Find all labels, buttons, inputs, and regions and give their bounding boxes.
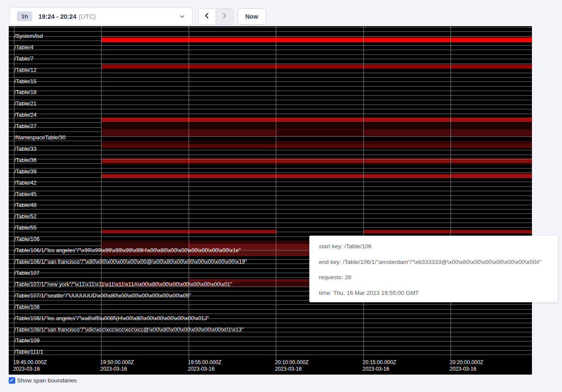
tooltip-time: time: Thu, 16 Mar 2023 19:55:00 GMT [319,290,558,296]
time-gridline [101,26,102,361]
key-visualizer-canvas[interactable]: 19:45:00.000Z2023-03-1619:50:00.000Z2023… [9,26,532,375]
span-boundary-line [9,337,532,337]
span-boundary-line [9,341,532,341]
span-boundary-line [9,205,532,205]
next-interval-button-disabled[interactable] [216,9,234,24]
previous-interval-button[interactable] [199,9,216,24]
row-label: /Table/109 [14,338,40,344]
row-label: /Table/39 [14,169,37,175]
show-span-boundaries-label: Show span boundaries [17,377,77,384]
tick-date: 2023-03-16 [13,366,47,372]
heat-band [101,163,532,165]
span-boundary-line [9,218,532,219]
row-label: /Table/106/1/"san francisco"/"\x80\x00\x… [14,259,247,265]
span-boundary-line [9,50,532,50]
footer: Show span boundaries [9,377,77,384]
x-axis-tick: 19:50:00.000Z2023-03-16 [100,359,134,372]
span-boundary-line [9,109,532,109]
tick-date: 2023-03-16 [450,366,483,372]
span-boundary-line [9,196,532,196]
heat-band [101,240,309,244]
tick-time: 20:15:00.000Z [362,359,396,366]
span-boundary-line [9,350,532,351]
row-label: /Table/24 [14,112,37,118]
time-range-text: 19:24 - 20:24 [38,13,76,20]
time-gridline [276,26,276,361]
row-label: /Table/36 [14,157,37,163]
x-axis-tick: 20:10:00.000Z2023-03-16 [275,359,308,372]
heat-band [101,64,532,69]
tick-date: 2023-03-16 [188,366,221,372]
row-label: /Table/108 [14,304,40,310]
row-label: /System/tsd [14,33,43,39]
row-label: /Table/48 [14,202,37,208]
span-boundary-line [9,95,532,96]
x-axis-tick: 19:45:00.000Z2023-03-16 [13,359,47,372]
row-label: /Table/33 [14,146,37,152]
heat-band [101,174,532,178]
row-label: /Table/107 [14,270,40,276]
time-gridline [189,26,189,361]
heat-band [101,118,532,122]
span-boundary-line [9,346,532,346]
x-axis-tick: 20:20:00.000Z2023-03-16 [450,359,483,372]
row-label: /Table/111/1 [14,349,43,355]
tick-time: 20:10:00.000Z [275,359,308,366]
row-label: /Table/108/1/"los angeles"/"\xa8\xf5\u00… [14,315,209,321]
span-boundary-line [9,182,532,182]
row-label: /NamespaceTable/30 [14,135,65,141]
row-label: /Table/27 [14,123,37,129]
row-label: /Table/12 [14,67,37,73]
span-boundary-line [9,155,532,155]
span-tooltip: start key: /Table/106 end key: /Table/10… [309,236,558,302]
time-range-timezone: (UTC) [78,13,95,20]
row-label: /Table/106/1/"los angeles"/"\x99\x99\x99… [14,247,240,253]
heat-band [101,144,532,148]
time-range-badge: 1h [17,11,32,21]
span-boundary-line [9,105,532,105]
tooltip-end-key: end key: /Table/106/1/"amsterdam"/"\xb33… [319,259,558,265]
row-label: /Table/18 [14,89,37,95]
tooltip-requests: requests: 28 [319,274,558,280]
span-boundary-line [9,227,532,228]
row-label: /Table/21 [14,101,37,107]
span-boundary-line [9,114,532,114]
span-boundary-line [9,45,532,46]
heat-band [363,230,532,233]
tick-date: 2023-03-16 [100,366,134,372]
span-boundary-line [9,86,532,87]
row-label: /Table/15 [14,78,37,84]
span-boundary-line [9,209,532,210]
tick-time: 19:55:00.000Z [188,359,221,366]
tick-date: 2023-03-16 [275,366,308,372]
time-range-selector[interactable]: 1h 19:24 - 20:24 (UTC) [10,7,193,25]
x-axis: 19:45:00.000Z2023-03-1619:50:00.000Z2023… [9,358,532,375]
x-axis-tick: 20:15:00.000Z2023-03-16 [362,359,396,372]
show-span-boundaries-checkbox[interactable] [9,377,15,384]
row-label: /Table/107/1/"new york"/"\x11\x11\x11\x1… [14,281,232,287]
time-gridline [450,26,451,361]
time-nav-group [198,8,234,25]
x-axis-tick: 19:55:00.000Z2023-03-16 [188,359,221,372]
tick-date: 2023-03-16 [362,366,396,372]
time-gridline [363,26,364,361]
span-boundary-line [9,54,532,55]
row-label: /Table/4 [14,44,34,51]
span-boundary-line [9,64,532,64]
tick-time: 20:20:00.000Z [450,359,483,366]
span-boundary-line [9,77,532,78]
tick-time: 19:45:00.000Z [13,359,47,366]
row-label: /Table/42 [14,180,37,186]
span-boundary-line [9,304,532,305]
row-label: /Table/7 [14,56,34,62]
span-boundary-line [9,27,532,27]
heat-band [101,159,532,163]
span-boundary-line [9,73,532,73]
chevron-right-icon [220,12,228,21]
heat-band [101,38,532,42]
span-boundary-line [9,213,532,214]
now-button[interactable]: Now [237,8,266,25]
heat-band [189,141,276,144]
chevron-down-icon [179,14,185,21]
row-label: /Table/52 [14,213,37,220]
